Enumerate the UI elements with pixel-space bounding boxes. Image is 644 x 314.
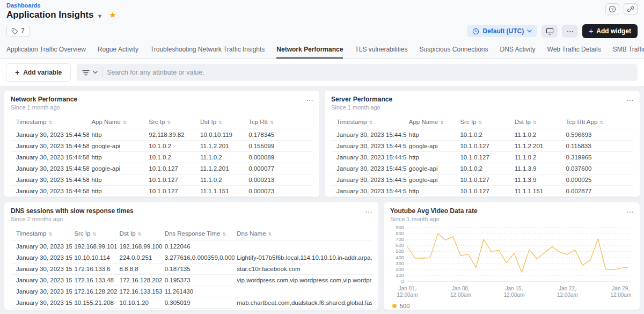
add-widget-button[interactable]: + Add widget [582, 24, 638, 38]
x-tick-label: Jan 22,12:00am [557, 286, 578, 298]
table-row[interactable]: January 30, 2023 15:44:58http10.1.0.1271… [331, 152, 633, 163]
title-chevron-down-icon[interactable]: ▼ [97, 13, 103, 19]
panel-menu-button[interactable]: … [626, 206, 634, 214]
youtube-data-rate-chart: 0100200300400500600700800900 [390, 225, 633, 286]
x-tick-label: Jan 29,12:00am [610, 286, 631, 298]
table-cell: 10.1.0.2 [458, 129, 512, 141]
sort-icon: ⇅ [599, 120, 603, 125]
column-header[interactable]: Dns Response Time⇅ [163, 227, 235, 241]
table-cell: January 30, 2023 15:44:58 [11, 197, 89, 198]
tab-tls-vulnerabilities[interactable]: TLS vulnerabilities [355, 42, 407, 59]
table-cell: Lightify-017b5f6b.local,114.10.10.10.in-… [235, 252, 372, 264]
table-cell: January 30, 2023 15:44:58 [331, 152, 407, 163]
tab-suspicious-connections[interactable]: Suspicious Connections [419, 42, 488, 59]
table-cell: January 30, 2023 15:44:58 [331, 197, 407, 198]
column-header[interactable]: Tcp Rtt⇅ [246, 115, 313, 129]
table-cell: 0.188563 [163, 309, 235, 310]
table-cell: google-api [89, 141, 147, 152]
search-input[interactable] [107, 69, 632, 76]
table-row[interactable]: January 30, 2023 15:44:58http10.1.0.1271… [11, 186, 313, 197]
table-row[interactable]: January 30, 2023 15:44:58google-api10.1.… [331, 174, 633, 186]
fullscreen-monitor-icon[interactable] [541, 25, 558, 38]
table-row[interactable]: January 30, 2023 15:44:58google-api10.1.… [331, 141, 633, 152]
table-row[interactable]: January 30, 2023 15:44:58google-api10.1.… [11, 163, 313, 174]
more-options-button[interactable]: ⋯ [562, 25, 578, 38]
tab-troubleshooting-network-traffic-insights[interactable]: Troubleshooting Network Traffic Insights [150, 42, 265, 59]
table-cell: 0.187135 [163, 264, 235, 275]
svg-text:500: 500 [396, 248, 404, 254]
tab-smb-traffic-insights[interactable]: SMB Traffic Insights [613, 42, 644, 59]
panel-title: DNS sessions with slow response times [11, 207, 372, 215]
column-header[interactable]: Timestamp⇅ [11, 227, 72, 241]
column-header[interactable]: Dst Ip⇅ [513, 115, 564, 129]
divider [102, 68, 103, 77]
table-row[interactable]: January 30, 2023 15:44:58http10.1.0.1271… [11, 174, 313, 186]
svg-text:400: 400 [396, 254, 404, 260]
column-header[interactable]: Src Ip⇅ [72, 227, 117, 241]
table-cell: 10.1.0.2 [458, 163, 512, 174]
table-cell: 10.1.0.127 [458, 152, 512, 163]
column-header[interactable]: Tcp Rtt App⇅ [564, 115, 633, 129]
favorite-star-icon[interactable]: ★ [109, 10, 116, 20]
table-row[interactable]: January 30, 2023 15:14:12172.16.133.68.8… [11, 309, 372, 310]
table-row[interactable]: January 30, 2023 15:14:25172.16.128.2021… [11, 286, 372, 297]
table-row[interactable]: January 30, 2023 15:14:37172.16.133.68.8… [11, 264, 372, 275]
column-header[interactable]: Dst Ip⇅ [198, 115, 246, 129]
panel-title: Youtube Avg Video Data rate [390, 207, 633, 215]
breadcrumb[interactable]: Dashboards [6, 2, 638, 9]
column-header[interactable]: App Name⇅ [407, 115, 458, 129]
table-row[interactable]: January 30, 2023 15:44:58http92.118.39.8… [11, 129, 313, 141]
tab-network-performance[interactable]: Network Performance [276, 42, 343, 59]
table-cell: mab.chartbeat.com,dualstack.f6.shared.gl… [235, 297, 372, 309]
column-header[interactable]: Src Ip⇅ [147, 115, 198, 129]
column-header[interactable]: Timestamp⇅ [11, 115, 89, 129]
column-header[interactable]: Src Ip⇅ [458, 115, 512, 129]
table-cell: 11.1.2.201 [198, 163, 246, 174]
table-row[interactable]: January 30, 2023 15:44:58http10.1.0.211.… [11, 152, 313, 163]
panel-menu-button[interactable]: … [626, 94, 634, 103]
help-icon[interactable]: ? [605, 3, 619, 15]
table-cell: 172.16.133.48 [72, 275, 117, 286]
table-row[interactable]: January 30, 2023 15:14:1910.155.21.20810… [11, 297, 372, 309]
add-variable-button[interactable]: + Add variable [6, 64, 70, 81]
chevron-down-icon [93, 71, 98, 74]
table-row[interactable]: January 30, 2023 15:14:37172.16.133.4817… [11, 275, 372, 286]
chart-legend[interactable]: 500 [390, 303, 633, 309]
time-range-picker[interactable]: Default (UTC) [467, 25, 537, 37]
column-header[interactable]: Dst Ip⇅ [118, 227, 163, 241]
column-header[interactable]: Dns Name⇅ [235, 227, 372, 241]
column-header[interactable]: App Name⇅ [89, 115, 147, 129]
table-row[interactable]: January 30, 2023 15:44:58http147.32.84.2… [331, 197, 633, 198]
table-row[interactable]: January 30, 2023 15:44:58http147.32.84.2… [11, 197, 313, 198]
column-header[interactable]: Timestamp⇅ [331, 115, 407, 129]
table-row[interactable]: January 30, 2023 15:25:0710.10.10.114224… [11, 252, 372, 264]
panel-youtube-data-rate: Youtube Avg Video Data rate Since 1 mont… [384, 202, 640, 310]
panel-menu-button[interactable]: … [365, 206, 373, 214]
table-cell: January 30, 2023 15:44:58 [11, 141, 89, 152]
table-row[interactable]: January 30, 2023 15:44:58http10.1.0.211.… [331, 129, 633, 141]
table-row[interactable]: January 30, 2023 15:44:58google-api10.1.… [331, 163, 633, 174]
tab-rogue-activity[interactable]: Rogue Activity [98, 42, 138, 59]
table-row[interactable]: January 30, 2023 15:36:32192.168.99.1011… [11, 241, 372, 252]
table-cell: 0.178345 [246, 129, 313, 141]
tab-dns-activity[interactable]: DNS Activity [500, 42, 536, 59]
table-row[interactable]: January 30, 2023 15:44:58http10.1.0.1271… [331, 186, 633, 197]
table-cell: 0.002877 [564, 186, 633, 197]
table-cell: http [89, 152, 147, 163]
tab-web-traffic-details[interactable]: Web Traffic Details [547, 42, 601, 59]
panel-server-performance: Server Performance Since 1 month ago … T… [325, 91, 640, 197]
table-row[interactable]: January 30, 2023 15:44:58google-api10.1.… [11, 141, 313, 152]
panel-menu-button[interactable]: … [306, 94, 314, 103]
table-cell: 172.16.128.202 [72, 286, 117, 297]
table-cell: 172.16.128.202 [118, 275, 163, 286]
table-cell: 192.168.99.101 [72, 241, 117, 252]
tag-icon [11, 28, 18, 35]
table-cell: 0.155099 [246, 141, 313, 152]
table-cell: 0.000025 [564, 174, 633, 186]
filter-menu-button[interactable] [82, 70, 98, 76]
table-cell: 10.1.0.127 [458, 174, 512, 186]
share-link-icon[interactable] [624, 3, 638, 15]
tab-application-traffic-overview[interactable]: Application Traffic Overview [6, 42, 86, 59]
tags-badge[interactable]: 7 [6, 26, 30, 36]
sort-icon: ⇅ [222, 231, 226, 237]
